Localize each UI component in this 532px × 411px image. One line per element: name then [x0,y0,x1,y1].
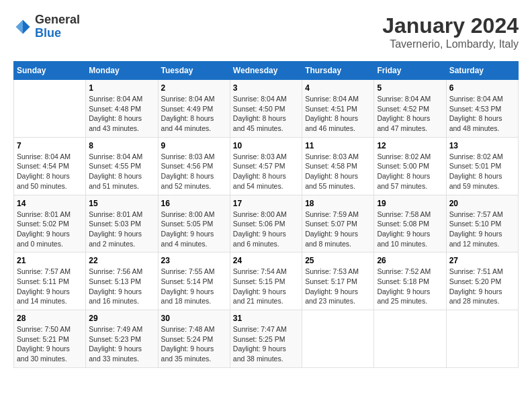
weekday-header-thursday: Thursday [302,62,374,80]
day-number: 27 [449,256,515,265]
day-number: 23 [161,256,227,265]
weekday-header-monday: Monday [86,62,158,80]
day-number: 21 [17,256,83,265]
day-info: Sunrise: 8:04 AMSunset: 4:48 PMDaylight:… [89,95,142,132]
day-number: 30 [161,314,227,323]
day-info: Sunrise: 8:02 AMSunset: 5:00 PMDaylight:… [377,152,431,190]
calendar-cell: 30Sunrise: 7:48 AMSunset: 5:24 PMDayligh… [158,310,230,368]
logo-icon [13,17,32,36]
day-number: 13 [449,141,515,150]
day-info: Sunrise: 8:00 AMSunset: 5:06 PMDaylight:… [233,210,287,248]
weekday-header-tuesday: Tuesday [158,62,230,80]
calendar-cell [446,310,518,368]
day-number: 9 [161,141,227,150]
day-info: Sunrise: 7:57 AMSunset: 5:10 PMDaylight:… [449,210,503,248]
day-info: Sunrise: 7:54 AMSunset: 5:15 PMDaylight:… [233,267,287,305]
day-number: 28 [17,314,83,323]
calendar-body: 1Sunrise: 8:04 AMSunset: 4:48 PMDaylight… [14,80,519,368]
day-info: Sunrise: 8:04 AMSunset: 4:49 PMDaylight:… [161,95,215,132]
weekday-header-saturday: Saturday [446,62,518,80]
day-info: Sunrise: 7:47 AMSunset: 5:25 PMDaylight:… [233,325,287,363]
calendar-cell: 21Sunrise: 7:57 AMSunset: 5:11 PMDayligh… [14,253,86,310]
day-info: Sunrise: 8:01 AMSunset: 5:02 PMDaylight:… [17,210,71,248]
calendar-cell: 15Sunrise: 8:01 AMSunset: 5:03 PMDayligh… [86,195,158,253]
calendar-cell: 29Sunrise: 7:49 AMSunset: 5:23 PMDayligh… [86,310,158,368]
day-info: Sunrise: 8:04 AMSunset: 4:50 PMDaylight:… [233,95,287,132]
main-title: January 2024 [382,13,519,38]
day-number: 4 [305,83,371,93]
day-number: 1 [89,83,154,93]
day-number: 19 [377,199,443,208]
day-info: Sunrise: 7:49 AMSunset: 5:23 PMDaylight:… [89,325,142,363]
day-number: 8 [89,141,154,150]
logo: General Blue [13,13,80,40]
calendar-cell [374,310,446,368]
calendar-cell: 22Sunrise: 7:56 AMSunset: 5:13 PMDayligh… [86,253,158,310]
day-number: 26 [377,256,443,265]
calendar-cell: 18Sunrise: 7:59 AMSunset: 5:07 PMDayligh… [302,195,374,253]
calendar-cell: 10Sunrise: 8:03 AMSunset: 4:57 PMDayligh… [230,137,302,195]
calendar-cell: 19Sunrise: 7:58 AMSunset: 5:08 PMDayligh… [374,195,446,253]
day-number: 10 [233,141,299,150]
day-number: 31 [233,314,299,323]
day-info: Sunrise: 7:59 AMSunset: 5:07 PMDaylight:… [305,210,359,248]
day-number: 11 [305,141,371,150]
day-number: 29 [89,314,154,323]
day-number: 6 [449,83,515,93]
week-row-3: 14Sunrise: 8:01 AMSunset: 5:02 PMDayligh… [14,195,519,253]
calendar-cell: 28Sunrise: 7:50 AMSunset: 5:21 PMDayligh… [14,310,86,368]
day-info: Sunrise: 8:04 AMSunset: 4:54 PMDaylight:… [17,152,71,190]
day-info: Sunrise: 8:03 AMSunset: 4:56 PMDaylight:… [161,152,215,190]
day-number: 17 [233,199,299,208]
calendar-cell: 9Sunrise: 8:03 AMSunset: 4:56 PMDaylight… [158,137,230,195]
calendar-cell: 11Sunrise: 8:03 AMSunset: 4:58 PMDayligh… [302,137,374,195]
day-info: Sunrise: 7:56 AMSunset: 5:13 PMDaylight:… [89,267,142,305]
calendar-cell: 23Sunrise: 7:55 AMSunset: 5:14 PMDayligh… [158,253,230,310]
day-number: 24 [233,256,299,265]
day-info: Sunrise: 7:57 AMSunset: 5:11 PMDaylight:… [17,267,71,305]
calendar-cell: 3Sunrise: 8:04 AMSunset: 4:50 PMDaylight… [230,80,302,138]
page-header: General Blue January 2024 Tavernerio, Lo… [13,13,519,50]
day-info: Sunrise: 7:53 AMSunset: 5:17 PMDaylight:… [305,267,359,305]
calendar-cell: 20Sunrise: 7:57 AMSunset: 5:10 PMDayligh… [446,195,518,253]
calendar-table: SundayMondayTuesdayWednesdayThursdayFrid… [13,61,519,368]
calendar-cell: 16Sunrise: 8:00 AMSunset: 5:05 PMDayligh… [158,195,230,253]
day-info: Sunrise: 8:04 AMSunset: 4:53 PMDaylight:… [449,95,503,132]
calendar-cell: 17Sunrise: 8:00 AMSunset: 5:06 PMDayligh… [230,195,302,253]
logo-text: General Blue [35,13,80,40]
weekday-header-wednesday: Wednesday [230,62,302,80]
day-number: 12 [377,141,443,150]
calendar-cell: 27Sunrise: 7:51 AMSunset: 5:20 PMDayligh… [446,253,518,310]
calendar-cell [14,80,86,138]
calendar-cell: 12Sunrise: 8:02 AMSunset: 5:00 PMDayligh… [374,137,446,195]
calendar-cell: 24Sunrise: 7:54 AMSunset: 5:15 PMDayligh… [230,253,302,310]
week-row-2: 7Sunrise: 8:04 AMSunset: 4:54 PMDaylight… [14,137,519,195]
day-number: 5 [377,83,443,93]
calendar-cell: 31Sunrise: 7:47 AMSunset: 5:25 PMDayligh… [230,310,302,368]
weekday-header-row: SundayMondayTuesdayWednesdayThursdayFrid… [14,62,519,80]
weekday-header-sunday: Sunday [14,62,86,80]
day-info: Sunrise: 8:03 AMSunset: 4:58 PMDaylight:… [305,152,359,190]
logo-general: General [35,13,80,26]
day-info: Sunrise: 7:55 AMSunset: 5:14 PMDaylight:… [161,267,215,305]
week-row-1: 1Sunrise: 8:04 AMSunset: 4:48 PMDaylight… [14,80,519,138]
svg-marker-1 [16,19,24,27]
day-number: 22 [89,256,154,265]
calendar-cell: 4Sunrise: 8:04 AMSunset: 4:51 PMDaylight… [302,80,374,138]
day-info: Sunrise: 7:50 AMSunset: 5:21 PMDaylight:… [17,325,71,363]
calendar-cell [302,310,374,368]
day-number: 25 [305,256,371,265]
calendar-cell: 5Sunrise: 8:04 AMSunset: 4:52 PMDaylight… [374,80,446,138]
day-info: Sunrise: 8:02 AMSunset: 5:01 PMDaylight:… [449,152,503,190]
calendar-cell: 13Sunrise: 8:02 AMSunset: 5:01 PMDayligh… [446,137,518,195]
calendar-cell: 8Sunrise: 8:04 AMSunset: 4:55 PMDaylight… [86,137,158,195]
day-info: Sunrise: 8:04 AMSunset: 4:52 PMDaylight:… [377,95,431,132]
day-number: 2 [161,83,227,93]
day-info: Sunrise: 7:48 AMSunset: 5:24 PMDaylight:… [161,325,215,363]
logo-blue: Blue [35,26,61,40]
calendar-cell: 2Sunrise: 8:04 AMSunset: 4:49 PMDaylight… [158,80,230,138]
weekday-header-friday: Friday [374,62,446,80]
svg-marker-3 [23,27,30,34]
svg-marker-2 [16,27,24,34]
day-info: Sunrise: 7:52 AMSunset: 5:18 PMDaylight:… [377,267,431,305]
